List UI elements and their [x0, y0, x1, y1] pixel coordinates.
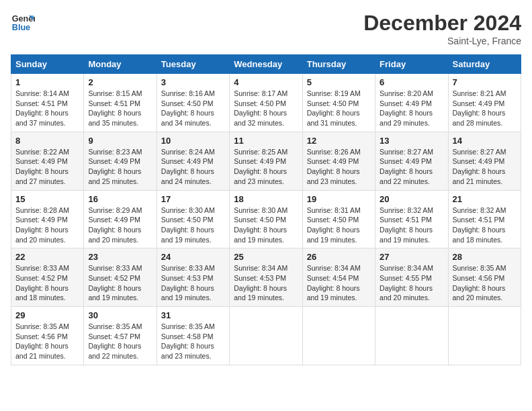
header-monday: Monday	[84, 55, 157, 74]
day-number: 25	[234, 252, 298, 262]
day-number: 2	[88, 77, 152, 87]
day-number: 30	[88, 310, 152, 320]
cell-info: Sunrise: 8:34 AMSunset: 4:53 PMDaylight:…	[234, 263, 298, 303]
cell-info: Sunrise: 8:14 AMSunset: 4:51 PMDaylight:…	[15, 89, 79, 128]
cell-info: Sunrise: 8:20 AMSunset: 4:49 PMDaylight:…	[380, 89, 443, 128]
calendar-cell: 13Sunrise: 8:27 AMSunset: 4:49 PMDayligh…	[375, 132, 448, 190]
week-row-2: 8Sunrise: 8:22 AMSunset: 4:49 PMDaylight…	[11, 132, 521, 190]
calendar-cell: 31Sunrise: 8:35 AMSunset: 4:58 PMDayligh…	[157, 307, 229, 365]
header-tuesday: Tuesday	[157, 55, 229, 74]
day-number: 21	[453, 194, 517, 204]
calendar-cell: 8Sunrise: 8:22 AMSunset: 4:49 PMDaylight…	[11, 132, 84, 190]
day-number: 14	[453, 136, 517, 146]
calendar-header-row: SundayMondayTuesdayWednesdayThursdayFrid…	[11, 55, 521, 74]
location-subtitle: Saint-Lye, France	[363, 36, 521, 46]
day-number: 5	[307, 77, 371, 87]
day-number: 9	[88, 136, 152, 146]
calendar-cell: 11Sunrise: 8:25 AMSunset: 4:49 PMDayligh…	[230, 132, 302, 190]
cell-info: Sunrise: 8:17 AMSunset: 4:50 PMDaylight:…	[234, 89, 298, 128]
day-number: 7	[453, 77, 517, 87]
day-number: 22	[15, 252, 79, 262]
calendar-cell: 1Sunrise: 8:14 AMSunset: 4:51 PMDaylight…	[11, 74, 84, 132]
cell-info: Sunrise: 8:15 AMSunset: 4:51 PMDaylight:…	[88, 89, 152, 128]
logo: General Blue	[11, 11, 35, 35]
day-number: 16	[88, 194, 152, 204]
calendar-cell: 4Sunrise: 8:17 AMSunset: 4:50 PMDaylight…	[230, 74, 302, 132]
cell-info: Sunrise: 8:30 AMSunset: 4:50 PMDaylight:…	[234, 205, 298, 245]
cell-info: Sunrise: 8:35 AMSunset: 4:58 PMDaylight:…	[161, 322, 225, 361]
day-number: 24	[161, 252, 225, 262]
cell-info: Sunrise: 8:19 AMSunset: 4:50 PMDaylight:…	[307, 89, 371, 128]
day-number: 27	[380, 252, 443, 262]
calendar-cell: 18Sunrise: 8:30 AMSunset: 4:50 PMDayligh…	[230, 190, 302, 248]
day-number: 17	[161, 194, 225, 204]
cell-info: Sunrise: 8:33 AMSunset: 4:53 PMDaylight:…	[161, 263, 225, 303]
cell-info: Sunrise: 8:32 AMSunset: 4:51 PMDaylight:…	[380, 205, 443, 245]
day-number: 19	[307, 194, 371, 204]
cell-info: Sunrise: 8:24 AMSunset: 4:49 PMDaylight:…	[161, 147, 225, 187]
calendar-cell	[448, 307, 521, 365]
cell-info: Sunrise: 8:27 AMSunset: 4:49 PMDaylight:…	[453, 147, 517, 187]
calendar-cell: 10Sunrise: 8:24 AMSunset: 4:49 PMDayligh…	[157, 132, 229, 190]
cell-info: Sunrise: 8:30 AMSunset: 4:50 PMDaylight:…	[161, 205, 225, 245]
calendar-cell: 30Sunrise: 8:35 AMSunset: 4:57 PMDayligh…	[84, 307, 157, 365]
cell-info: Sunrise: 8:26 AMSunset: 4:49 PMDaylight:…	[307, 147, 371, 187]
cell-info: Sunrise: 8:35 AMSunset: 4:56 PMDaylight:…	[453, 263, 517, 303]
day-number: 12	[307, 136, 371, 146]
calendar-cell: 28Sunrise: 8:35 AMSunset: 4:56 PMDayligh…	[448, 248, 521, 307]
cell-info: Sunrise: 8:27 AMSunset: 4:49 PMDaylight:…	[380, 147, 443, 187]
day-number: 8	[15, 136, 79, 146]
day-number: 15	[15, 194, 79, 204]
month-title: December 2024	[363, 11, 521, 36]
header-sunday: Sunday	[11, 55, 84, 74]
cell-info: Sunrise: 8:33 AMSunset: 4:52 PMDaylight:…	[88, 263, 152, 303]
cell-info: Sunrise: 8:29 AMSunset: 4:49 PMDaylight:…	[88, 205, 152, 245]
svg-text:Blue: Blue	[12, 23, 30, 32]
cell-info: Sunrise: 8:35 AMSunset: 4:56 PMDaylight:…	[15, 322, 79, 361]
calendar-cell: 23Sunrise: 8:33 AMSunset: 4:52 PMDayligh…	[84, 248, 157, 307]
calendar-cell: 9Sunrise: 8:23 AMSunset: 4:49 PMDaylight…	[84, 132, 157, 190]
day-number: 1	[15, 77, 79, 87]
cell-info: Sunrise: 8:28 AMSunset: 4:49 PMDaylight:…	[15, 205, 79, 245]
calendar-table: SundayMondayTuesdayWednesdayThursdayFrid…	[11, 54, 521, 365]
cell-info: Sunrise: 8:32 AMSunset: 4:51 PMDaylight:…	[453, 205, 517, 245]
cell-info: Sunrise: 8:31 AMSunset: 4:50 PMDaylight:…	[307, 205, 371, 245]
calendar-cell: 26Sunrise: 8:34 AMSunset: 4:54 PMDayligh…	[302, 248, 375, 307]
week-row-3: 15Sunrise: 8:28 AMSunset: 4:49 PMDayligh…	[11, 190, 521, 248]
cell-info: Sunrise: 8:33 AMSunset: 4:52 PMDaylight:…	[15, 263, 79, 303]
calendar-cell: 16Sunrise: 8:29 AMSunset: 4:49 PMDayligh…	[84, 190, 157, 248]
cell-info: Sunrise: 8:25 AMSunset: 4:49 PMDaylight:…	[234, 147, 298, 187]
calendar-cell: 17Sunrise: 8:30 AMSunset: 4:50 PMDayligh…	[157, 190, 229, 248]
header-saturday: Saturday	[448, 55, 521, 74]
week-row-4: 22Sunrise: 8:33 AMSunset: 4:52 PMDayligh…	[11, 248, 521, 307]
calendar-cell: 21Sunrise: 8:32 AMSunset: 4:51 PMDayligh…	[448, 190, 521, 248]
logo-icon: General Blue	[11, 11, 35, 35]
day-number: 4	[234, 77, 298, 87]
day-number: 11	[234, 136, 298, 146]
calendar-cell: 27Sunrise: 8:34 AMSunset: 4:55 PMDayligh…	[375, 248, 448, 307]
day-number: 6	[380, 77, 443, 87]
calendar-cell: 14Sunrise: 8:27 AMSunset: 4:49 PMDayligh…	[448, 132, 521, 190]
calendar-cell: 5Sunrise: 8:19 AMSunset: 4:50 PMDaylight…	[302, 74, 375, 132]
cell-info: Sunrise: 8:35 AMSunset: 4:57 PMDaylight:…	[88, 322, 152, 361]
calendar-cell	[302, 307, 375, 365]
title-area: December 2024 Saint-Lye, France	[363, 11, 521, 46]
calendar-cell: 3Sunrise: 8:16 AMSunset: 4:50 PMDaylight…	[157, 74, 229, 132]
day-number: 18	[234, 194, 298, 204]
calendar-cell: 29Sunrise: 8:35 AMSunset: 4:56 PMDayligh…	[11, 307, 84, 365]
day-number: 13	[380, 136, 443, 146]
day-number: 23	[88, 252, 152, 262]
cell-info: Sunrise: 8:34 AMSunset: 4:54 PMDaylight:…	[307, 263, 371, 303]
cell-info: Sunrise: 8:34 AMSunset: 4:55 PMDaylight:…	[380, 263, 443, 303]
header-thursday: Thursday	[302, 55, 375, 74]
calendar-cell: 6Sunrise: 8:20 AMSunset: 4:49 PMDaylight…	[375, 74, 448, 132]
calendar-cell	[230, 307, 302, 365]
day-number: 26	[307, 252, 371, 262]
calendar-cell: 25Sunrise: 8:34 AMSunset: 4:53 PMDayligh…	[230, 248, 302, 307]
calendar-cell: 24Sunrise: 8:33 AMSunset: 4:53 PMDayligh…	[157, 248, 229, 307]
cell-info: Sunrise: 8:21 AMSunset: 4:49 PMDaylight:…	[453, 89, 517, 128]
day-number: 29	[15, 310, 79, 320]
calendar-cell: 7Sunrise: 8:21 AMSunset: 4:49 PMDaylight…	[448, 74, 521, 132]
calendar-cell	[375, 307, 448, 365]
cell-info: Sunrise: 8:23 AMSunset: 4:49 PMDaylight:…	[88, 147, 152, 187]
